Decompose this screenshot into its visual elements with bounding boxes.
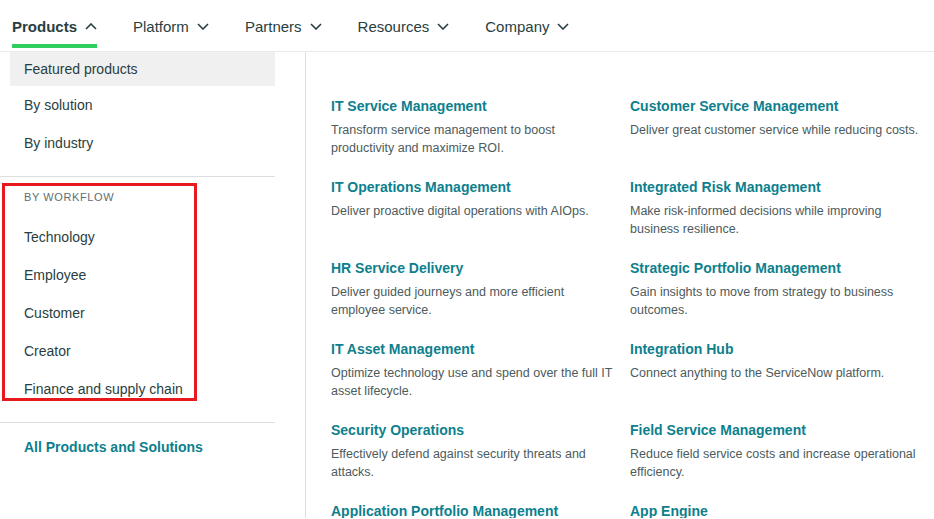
sidebar-item-employee[interactable]: Employee (0, 256, 305, 294)
product-description: Reduce field service costs and increase … (630, 445, 920, 481)
main-navigation: Products Platform Partners Resources (0, 0, 934, 52)
nav-item-label: Resources (358, 18, 430, 35)
sidebar-divider (0, 422, 275, 423)
nav-item-label: Partners (245, 18, 302, 35)
active-nav-underline (12, 44, 97, 48)
sidebar-item-finance-supply-chain[interactable]: Finance and supply chain (0, 370, 305, 408)
product-link-it-operations-management[interactable]: IT Operations Management (331, 178, 511, 196)
nav-item-resources[interactable]: Resources (358, 0, 450, 52)
product-description: Make risk-informed decisions while impro… (630, 202, 920, 238)
nav-item-platform[interactable]: Platform (133, 0, 209, 52)
product-entry: IT Operations Management Deliver proacti… (331, 178, 621, 259)
chevron-down-icon (437, 23, 449, 30)
sidebar-item-by-industry[interactable]: By industry (0, 124, 305, 162)
product-link-application-portfolio-management[interactable]: Application Portfolio Management (331, 502, 558, 518)
chevron-down-icon (557, 23, 569, 30)
product-entry: IT Asset Management Optimize technology … (331, 340, 621, 421)
product-description: Deliver guided journeys and more efficie… (331, 283, 621, 319)
product-link-strategic-portfolio-management[interactable]: Strategic Portfolio Management (630, 259, 841, 277)
products-panel: IT Service Management Transform service … (305, 52, 934, 518)
nav-item-products[interactable]: Products (12, 0, 97, 52)
product-link-security-operations[interactable]: Security Operations (331, 421, 464, 439)
product-description: Transform service management to boost pr… (331, 121, 621, 157)
product-entry: Integrated Risk Management Make risk-inf… (630, 178, 920, 259)
product-description: Gain insights to move from strategy to b… (630, 283, 920, 319)
sidebar: Featured products By solution By industr… (0, 52, 305, 518)
product-description: Optimize technology use and spend over t… (331, 364, 621, 400)
product-link-hr-service-delivery[interactable]: HR Service Delivery (331, 259, 463, 277)
sidebar-divider (0, 176, 275, 177)
sidebar-item-by-solution[interactable]: By solution (0, 86, 305, 124)
product-link-customer-service-management[interactable]: Customer Service Management (630, 97, 839, 115)
product-entry: App Engine (630, 502, 920, 518)
nav-item-label: Platform (133, 18, 189, 35)
top-nav: Products Platform Partners Resources (0, 0, 934, 52)
sidebar-item-creator[interactable]: Creator (0, 332, 305, 370)
all-products-link[interactable]: All Products and Solutions (0, 439, 305, 455)
product-entry: Strategic Portfolio Management Gain insi… (630, 259, 920, 340)
sidebar-item-featured-products[interactable]: Featured products (10, 52, 275, 86)
chevron-down-icon (310, 23, 322, 30)
product-entry: Integration Hub Connect anything to the … (630, 340, 920, 421)
product-link-it-service-management[interactable]: IT Service Management (331, 97, 487, 115)
product-entry: Security Operations Effectively defend a… (331, 421, 621, 502)
products-column-2: Customer Service Management Deliver grea… (630, 97, 920, 518)
product-link-it-asset-management[interactable]: IT Asset Management (331, 340, 474, 358)
product-link-integration-hub[interactable]: Integration Hub (630, 340, 733, 358)
chevron-down-icon (197, 23, 209, 30)
product-description: Connect anything to the ServiceNow platf… (630, 364, 920, 382)
product-entry: IT Service Management Transform service … (331, 97, 621, 178)
nav-item-label: Company (485, 18, 549, 35)
product-description: Deliver proactive digital operations wit… (331, 202, 621, 220)
sidebar-section-label: BY WORKFLOW (0, 191, 305, 204)
product-link-integrated-risk-management[interactable]: Integrated Risk Management (630, 178, 821, 196)
product-link-field-service-management[interactable]: Field Service Management (630, 421, 806, 439)
product-entry: Field Service Management Reduce field se… (630, 421, 920, 502)
chevron-up-icon (85, 23, 97, 30)
mega-menu-panel: Featured products By solution By industr… (0, 52, 934, 518)
sidebar-item-technology[interactable]: Technology (0, 218, 305, 256)
product-entry: Customer Service Management Deliver grea… (630, 97, 920, 178)
product-entry: HR Service Delivery Deliver guided journ… (331, 259, 621, 340)
nav-item-company[interactable]: Company (485, 0, 569, 52)
sidebar-item-customer[interactable]: Customer (0, 294, 305, 332)
product-link-app-engine[interactable]: App Engine (630, 502, 708, 518)
product-description: Deliver great customer service while red… (630, 121, 920, 139)
nav-item-label: Products (12, 18, 77, 35)
products-column-1: IT Service Management Transform service … (331, 97, 621, 518)
product-description: Effectively defend against security thre… (331, 445, 621, 481)
product-entry: Application Portfolio Management (331, 502, 621, 518)
nav-item-partners[interactable]: Partners (245, 0, 322, 52)
